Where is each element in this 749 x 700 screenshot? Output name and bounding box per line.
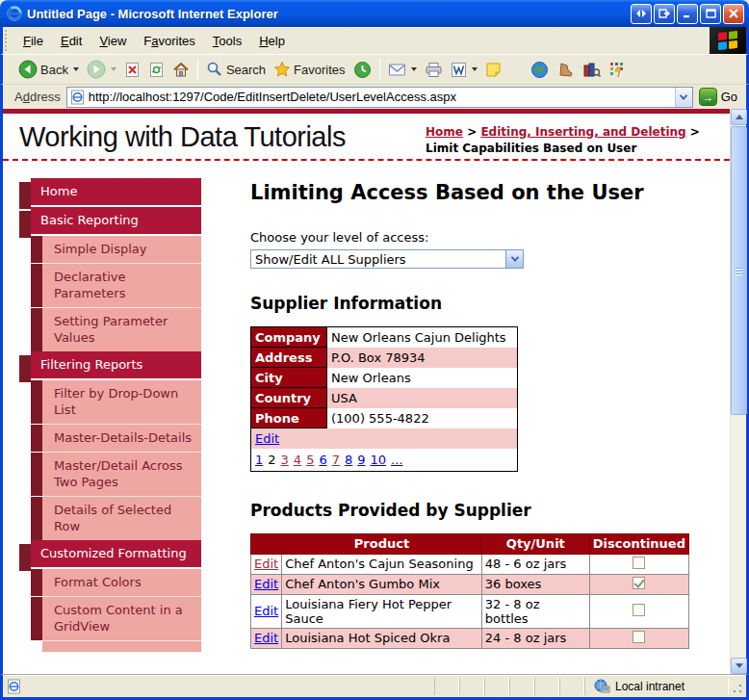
history-button[interactable] bbox=[349, 59, 375, 81]
pager-page-6[interactable]: 6 bbox=[319, 453, 326, 467]
supplier-section-title: Supplier Information bbox=[250, 294, 691, 313]
select-dropdown-button[interactable] bbox=[505, 250, 523, 268]
supplier-edit-link[interactable]: Edit bbox=[255, 431, 279, 446]
mail-button[interactable] bbox=[384, 61, 421, 79]
print-button[interactable] bbox=[421, 60, 447, 80]
pager-page-8[interactable]: 8 bbox=[345, 453, 352, 467]
chevron-down-icon bbox=[510, 253, 518, 261]
sidebar-item-customized-formatting[interactable]: Customized Formatting bbox=[31, 540, 201, 567]
search-button[interactable]: Search bbox=[202, 59, 270, 80]
scrollbar-thumb[interactable] bbox=[731, 126, 747, 415]
favorites-button[interactable]: Favorites bbox=[270, 59, 349, 80]
menu-favorites[interactable]: Favorites bbox=[135, 31, 203, 51]
security-zone: Local intranet bbox=[584, 678, 729, 695]
sidebar-item-partial[interactable] bbox=[42, 640, 201, 652]
sidebar-item-master-detail-across-two-pages[interactable]: Master/Detail Across Two Pages bbox=[42, 452, 201, 496]
address-dropdown-button[interactable] bbox=[675, 88, 692, 107]
status-bar: Local intranet bbox=[0, 674, 749, 697]
close-button[interactable] bbox=[723, 4, 744, 24]
scroll-up-button[interactable] bbox=[731, 109, 747, 125]
messenger-button[interactable] bbox=[605, 59, 630, 80]
vertical-scrollbar[interactable] bbox=[730, 109, 746, 674]
discontinued-checkbox[interactable] bbox=[633, 557, 645, 569]
intranet-globe-icon bbox=[593, 679, 610, 694]
minimize-button[interactable] bbox=[677, 4, 698, 24]
table-row: Edit Chef Anton's Cajun Seasoning 48 - 6… bbox=[251, 554, 689, 574]
sidebar-item-details-of-selected-row[interactable]: Details of Selected Row bbox=[42, 496, 201, 540]
pager-page-9[interactable]: 9 bbox=[357, 453, 365, 467]
pager-page-7[interactable]: 7 bbox=[332, 453, 340, 467]
pager-page-5[interactable]: 5 bbox=[306, 453, 314, 467]
refresh-button[interactable] bbox=[144, 60, 168, 80]
sidebar-item-filter-by-dropdown-list[interactable]: Filter by Drop-Down List bbox=[42, 380, 201, 424]
discontinued-checkbox[interactable] bbox=[633, 604, 645, 616]
breadcrumb-section-link[interactable]: Editing, Inserting, and Deleting bbox=[480, 125, 685, 139]
web-assistant-button[interactable] bbox=[553, 60, 579, 80]
address-bar: Address http://localhost:1297/Code/EditI… bbox=[0, 84, 749, 109]
access-level-select[interactable]: Show/Edit ALL Suppliers bbox=[250, 249, 524, 269]
discontinued-checkbox[interactable] bbox=[633, 577, 645, 589]
pager-page-4[interactable]: 4 bbox=[294, 453, 301, 467]
discontinued-checkbox[interactable] bbox=[633, 631, 645, 643]
go-button[interactable]: → Go bbox=[693, 87, 743, 107]
menu-help[interactable]: Help bbox=[250, 31, 294, 51]
product-edit-link[interactable]: Edit bbox=[254, 604, 278, 618]
menu-file[interactable]: File bbox=[14, 31, 52, 51]
breadcrumb-home-link[interactable]: Home bbox=[426, 125, 463, 139]
maximize-button[interactable] bbox=[700, 4, 721, 24]
sidebar-item-simple-display[interactable]: Simple Display bbox=[42, 236, 201, 263]
pager-page-2-current: 2 bbox=[268, 453, 275, 467]
toolbar-separator bbox=[379, 59, 380, 80]
sidebar-item-master-details-details[interactable]: Master-Details-Details bbox=[42, 424, 201, 452]
sidebar-item-setting-parameter-values[interactable]: Setting Parameter Values bbox=[42, 307, 201, 351]
table-row: Edit Chef Anton's Gumbo Mix 36 boxes bbox=[251, 574, 689, 594]
title-bar: Untitled Page - Microsoft Internet Explo… bbox=[0, 0, 749, 27]
scroll-down-button[interactable] bbox=[731, 658, 747, 674]
product-edit-link[interactable]: Edit bbox=[254, 557, 278, 571]
window-popout-button[interactable] bbox=[654, 4, 675, 24]
products-grid: Product Qty/Unit Discontinued Edit Chef … bbox=[250, 533, 689, 649]
pager-page-10[interactable]: 10 bbox=[371, 453, 387, 467]
sidebar-item-filtering-reports[interactable]: Filtering Reports bbox=[31, 351, 201, 378]
breadcrumb: Home > Editing, Inserting, and Deleting … bbox=[426, 121, 716, 159]
address-input[interactable]: http://localhost:1297/Code/EditInsertDel… bbox=[66, 87, 693, 108]
pager-page-3[interactable]: 3 bbox=[281, 453, 289, 467]
masthead: Working with Data Tutorials Home > Editi… bbox=[3, 114, 730, 161]
table-row: Phone (100) 555-4822 bbox=[251, 408, 518, 428]
product-edit-link[interactable]: Edit bbox=[254, 631, 278, 645]
pager-ellipsis[interactable]: ... bbox=[391, 453, 402, 467]
menu-drag-handle[interactable] bbox=[5, 30, 13, 51]
menu-view[interactable]: View bbox=[90, 31, 135, 51]
sidebar-item-custom-content-gridview[interactable]: Custom Content in a GridView bbox=[42, 596, 201, 640]
window-title: Untitled Page - Microsoft Internet Explo… bbox=[27, 7, 629, 21]
menu-tools[interactable]: Tools bbox=[204, 31, 250, 51]
globe-icon bbox=[530, 61, 549, 79]
pager-page-1[interactable]: 1 bbox=[255, 453, 263, 467]
edit-in-word-button[interactable] bbox=[447, 60, 481, 80]
resize-grip[interactable] bbox=[729, 678, 744, 695]
back-button[interactable]: Back bbox=[14, 58, 83, 81]
home-button[interactable] bbox=[168, 60, 194, 80]
research-button[interactable] bbox=[579, 60, 605, 80]
favorites-star-icon bbox=[273, 61, 291, 78]
sidebar-item-basic-reporting[interactable]: Basic Reporting bbox=[31, 207, 201, 234]
menu-edit[interactable]: Edit bbox=[52, 31, 90, 51]
windows-logo bbox=[710, 27, 746, 54]
history-icon bbox=[353, 61, 372, 79]
discuss-button[interactable] bbox=[481, 60, 505, 80]
window-arrows-button[interactable] bbox=[631, 4, 652, 24]
web-page: Working with Data Tutorials Home > Editi… bbox=[3, 109, 730, 674]
sidebar-item-declarative-parameters[interactable]: Declarative Parameters bbox=[42, 263, 201, 307]
select-value: Show/Edit ALL Suppliers bbox=[251, 252, 505, 267]
forward-button[interactable] bbox=[83, 58, 120, 81]
product-edit-link[interactable]: Edit bbox=[254, 577, 278, 591]
pixel-grid-icon bbox=[608, 61, 626, 78]
sidebar-item-home[interactable]: Home bbox=[31, 178, 201, 205]
address-label: Address bbox=[14, 90, 61, 104]
stop-button[interactable] bbox=[120, 60, 144, 80]
browser-window: Untitled Page - Microsoft Internet Explo… bbox=[0, 0, 749, 700]
table-row: Address P.O. Box 78934 bbox=[251, 348, 518, 368]
status-page-icon bbox=[7, 679, 21, 694]
msn-globe-button[interactable] bbox=[527, 59, 553, 81]
sidebar-item-format-colors[interactable]: Format Colors bbox=[42, 569, 201, 596]
